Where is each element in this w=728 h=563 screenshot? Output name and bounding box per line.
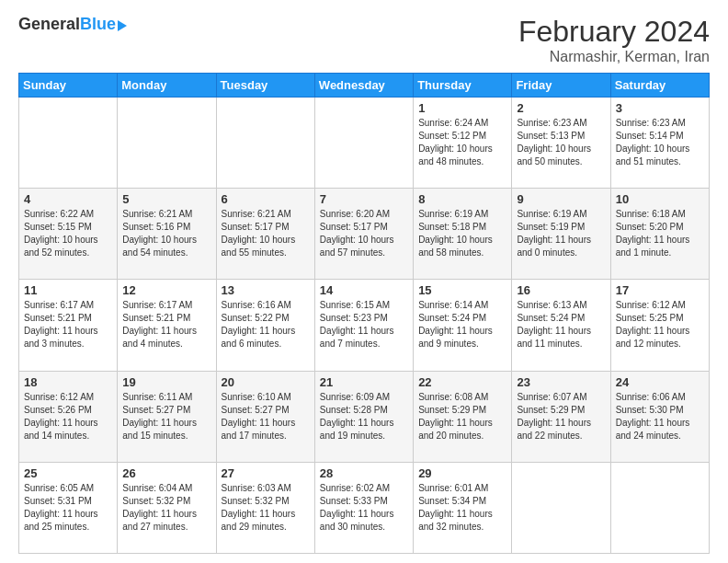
calendar-cell: 15Sunrise: 6:14 AM Sunset: 5:24 PM Dayli… [414, 280, 512, 371]
day-info: Sunrise: 6:11 AM Sunset: 5:27 PM Dayligh… [122, 391, 210, 442]
day-number: 17 [616, 283, 704, 297]
calendar-cell: 6Sunrise: 6:21 AM Sunset: 5:17 PM Daylig… [216, 189, 314, 280]
day-number: 15 [418, 283, 506, 297]
day-header-saturday: Saturday [610, 74, 709, 98]
day-number: 7 [320, 192, 408, 206]
day-info: Sunrise: 6:03 AM Sunset: 5:32 PM Dayligh… [222, 482, 310, 534]
day-number: 24 [616, 375, 704, 389]
calendar-cell: 26Sunrise: 6:04 AM Sunset: 5:32 PM Dayli… [118, 462, 216, 553]
calendar-week-row: 1Sunrise: 6:24 AM Sunset: 5:12 PM Daylig… [19, 98, 710, 189]
calendar-week-row: 25Sunrise: 6:05 AM Sunset: 5:31 PM Dayli… [19, 462, 710, 553]
calendar-cell: 7Sunrise: 6:20 AM Sunset: 5:17 PM Daylig… [314, 189, 413, 280]
calendar-cell: 4Sunrise: 6:22 AM Sunset: 5:15 PM Daylig… [19, 189, 118, 280]
day-number: 11 [24, 283, 112, 297]
calendar-cell: 21Sunrise: 6:09 AM Sunset: 5:28 PM Dayli… [314, 371, 413, 462]
calendar-cell: 27Sunrise: 6:03 AM Sunset: 5:32 PM Dayli… [216, 462, 314, 553]
calendar-cell: 25Sunrise: 6:05 AM Sunset: 5:31 PM Dayli… [19, 462, 118, 553]
day-number: 8 [418, 192, 506, 206]
calendar-cell: 23Sunrise: 6:07 AM Sunset: 5:29 PM Dayli… [512, 371, 610, 462]
page: General Blue February 2024 Narmashir, Ke… [0, 0, 728, 563]
calendar-cell: 24Sunrise: 6:06 AM Sunset: 5:30 PM Dayli… [610, 371, 709, 462]
day-info: Sunrise: 6:16 AM Sunset: 5:22 PM Dayligh… [222, 299, 310, 350]
day-info: Sunrise: 6:18 AM Sunset: 5:20 PM Dayligh… [616, 208, 704, 259]
calendar-cell [118, 98, 216, 189]
day-number: 14 [320, 283, 408, 297]
calendar-subtitle: Narmashir, Kerman, Iran [518, 49, 710, 65]
day-info: Sunrise: 6:07 AM Sunset: 5:29 PM Dayligh… [517, 391, 605, 442]
calendar-cell [314, 98, 413, 189]
calendar-cell: 17Sunrise: 6:12 AM Sunset: 5:25 PM Dayli… [610, 280, 709, 371]
day-info: Sunrise: 6:23 AM Sunset: 5:13 PM Dayligh… [517, 117, 605, 168]
calendar-cell: 8Sunrise: 6:19 AM Sunset: 5:18 PM Daylig… [414, 189, 512, 280]
day-info: Sunrise: 6:21 AM Sunset: 5:17 PM Dayligh… [222, 208, 310, 259]
calendar-cell [216, 98, 314, 189]
day-header-thursday: Thursday [414, 74, 512, 98]
calendar-cell: 16Sunrise: 6:13 AM Sunset: 5:24 PM Dayli… [512, 280, 610, 371]
day-info: Sunrise: 6:10 AM Sunset: 5:27 PM Dayligh… [222, 391, 310, 442]
day-number: 28 [320, 466, 408, 480]
day-number: 10 [616, 192, 704, 206]
calendar-week-row: 18Sunrise: 6:12 AM Sunset: 5:26 PM Dayli… [19, 371, 710, 462]
calendar-cell: 2Sunrise: 6:23 AM Sunset: 5:13 PM Daylig… [512, 98, 610, 189]
day-info: Sunrise: 6:19 AM Sunset: 5:19 PM Dayligh… [517, 208, 605, 259]
day-number: 9 [517, 192, 605, 206]
day-info: Sunrise: 6:06 AM Sunset: 5:30 PM Dayligh… [616, 391, 704, 442]
day-info: Sunrise: 6:15 AM Sunset: 5:23 PM Dayligh… [320, 299, 408, 350]
calendar-cell: 22Sunrise: 6:08 AM Sunset: 5:29 PM Dayli… [414, 371, 512, 462]
day-number: 4 [24, 192, 112, 206]
calendar-cell: 13Sunrise: 6:16 AM Sunset: 5:22 PM Dayli… [216, 280, 314, 371]
day-number: 27 [222, 466, 310, 480]
calendar-table: SundayMondayTuesdayWednesdayThursdayFrid… [18, 73, 710, 554]
day-info: Sunrise: 6:09 AM Sunset: 5:28 PM Dayligh… [320, 391, 408, 442]
day-number: 18 [24, 375, 112, 389]
day-header-sunday: Sunday [19, 74, 118, 98]
calendar-cell: 5Sunrise: 6:21 AM Sunset: 5:16 PM Daylig… [118, 189, 216, 280]
day-number: 21 [320, 375, 408, 389]
day-number: 19 [122, 375, 210, 389]
logo: General Blue [18, 15, 127, 34]
day-header-wednesday: Wednesday [314, 74, 413, 98]
day-info: Sunrise: 6:20 AM Sunset: 5:17 PM Dayligh… [320, 208, 408, 259]
day-number: 1 [418, 101, 506, 115]
calendar-cell: 19Sunrise: 6:11 AM Sunset: 5:27 PM Dayli… [118, 371, 216, 462]
day-info: Sunrise: 6:02 AM Sunset: 5:33 PM Dayligh… [320, 482, 408, 534]
calendar-cell [512, 462, 610, 553]
logo-general-text: General [18, 15, 80, 34]
day-number: 5 [122, 192, 210, 206]
header: General Blue February 2024 Narmashir, Ke… [18, 15, 710, 65]
day-number: 6 [222, 192, 310, 206]
logo-arrow-icon [118, 20, 127, 31]
day-info: Sunrise: 6:04 AM Sunset: 5:32 PM Dayligh… [122, 482, 210, 534]
calendar-cell: 12Sunrise: 6:17 AM Sunset: 5:21 PM Dayli… [118, 280, 216, 371]
calendar-cell: 28Sunrise: 6:02 AM Sunset: 5:33 PM Dayli… [314, 462, 413, 553]
day-number: 20 [222, 375, 310, 389]
calendar-cell: 20Sunrise: 6:10 AM Sunset: 5:27 PM Dayli… [216, 371, 314, 462]
day-info: Sunrise: 6:22 AM Sunset: 5:15 PM Dayligh… [24, 208, 112, 259]
day-info: Sunrise: 6:17 AM Sunset: 5:21 PM Dayligh… [24, 299, 112, 350]
day-info: Sunrise: 6:24 AM Sunset: 5:12 PM Dayligh… [418, 117, 506, 168]
calendar-cell [610, 462, 709, 553]
day-info: Sunrise: 6:01 AM Sunset: 5:34 PM Dayligh… [418, 482, 506, 534]
day-header-tuesday: Tuesday [216, 74, 314, 98]
day-info: Sunrise: 6:05 AM Sunset: 5:31 PM Dayligh… [24, 482, 112, 534]
day-number: 23 [517, 375, 605, 389]
title-block: February 2024 Narmashir, Kerman, Iran [518, 15, 710, 65]
calendar-cell: 14Sunrise: 6:15 AM Sunset: 5:23 PM Dayli… [314, 280, 413, 371]
day-info: Sunrise: 6:12 AM Sunset: 5:25 PM Dayligh… [616, 299, 704, 350]
day-number: 26 [122, 466, 210, 480]
calendar-cell: 10Sunrise: 6:18 AM Sunset: 5:20 PM Dayli… [610, 189, 709, 280]
day-number: 12 [122, 283, 210, 297]
calendar-cell: 9Sunrise: 6:19 AM Sunset: 5:19 PM Daylig… [512, 189, 610, 280]
calendar-week-row: 11Sunrise: 6:17 AM Sunset: 5:21 PM Dayli… [19, 280, 710, 371]
day-header-monday: Monday [118, 74, 216, 98]
day-info: Sunrise: 6:23 AM Sunset: 5:14 PM Dayligh… [616, 117, 704, 168]
day-info: Sunrise: 6:17 AM Sunset: 5:21 PM Dayligh… [122, 299, 210, 350]
calendar-cell: 29Sunrise: 6:01 AM Sunset: 5:34 PM Dayli… [414, 462, 512, 553]
day-info: Sunrise: 6:12 AM Sunset: 5:26 PM Dayligh… [24, 391, 112, 442]
day-header-friday: Friday [512, 74, 610, 98]
day-number: 13 [222, 283, 310, 297]
calendar-header-row: SundayMondayTuesdayWednesdayThursdayFrid… [19, 74, 710, 98]
day-number: 25 [24, 466, 112, 480]
calendar-cell: 11Sunrise: 6:17 AM Sunset: 5:21 PM Dayli… [19, 280, 118, 371]
day-number: 22 [418, 375, 506, 389]
